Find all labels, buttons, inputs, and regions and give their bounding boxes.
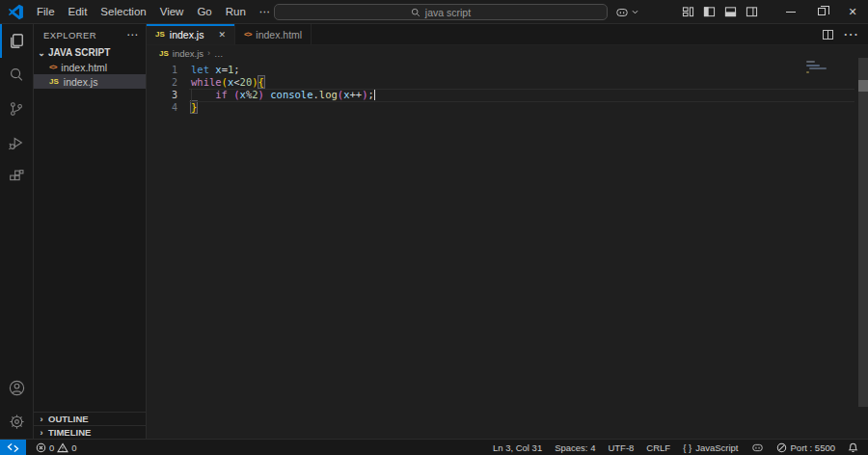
toggle-primary-sidebar-icon[interactable] [703, 6, 716, 17]
explorer-header: EXPLORER ⋯ [34, 24, 146, 45]
customize-layout-icon[interactable] [682, 6, 694, 17]
code-token [191, 89, 215, 100]
activity-search[interactable] [0, 58, 33, 92]
copilot-status[interactable] [751, 442, 764, 453]
menu-edit[interactable]: Edit [62, 3, 95, 20]
menu-go[interactable]: Go [190, 3, 218, 20]
outline-section[interactable]: › OUTLINE [34, 412, 146, 425]
status-label: CRLF [646, 442, 670, 453]
code-token: ++ [349, 89, 362, 100]
tab-close-icon[interactable]: ✕ [218, 30, 226, 40]
error-count: 0 [49, 442, 54, 453]
notifications[interactable] [848, 442, 858, 453]
line-content: let x=1; [191, 64, 240, 76]
warning-icon [57, 442, 68, 453]
tab-index-js[interactable]: JS index.js ✕ [147, 24, 235, 44]
menu-file[interactable]: File [30, 3, 62, 20]
explorer-title: EXPLORER [43, 30, 96, 40]
toggle-panel-icon[interactable] [724, 6, 737, 17]
code-editor[interactable]: 1let x=1;2while(x<20){3 if (x%2) console… [147, 61, 868, 114]
code-line-2[interactable]: 2while(x<20){ [147, 76, 868, 89]
chevron-right-icon: › [207, 48, 210, 58]
code-token: { [258, 76, 264, 88]
file-row-index-js[interactable]: JS index.js [34, 74, 146, 89]
tab-index-html[interactable]: <> index.html [235, 24, 312, 44]
status-label: JavaScript [695, 442, 738, 453]
extensions-icon [8, 168, 25, 185]
live-server-port[interactable]: Port : 5500 [776, 442, 835, 453]
line-content: } [191, 101, 197, 114]
language-mode[interactable]: { }JavaScript [683, 442, 738, 453]
file-name: index.html [61, 62, 107, 73]
menu-bar: FileEditSelectionViewGoRun⋯ [30, 2, 277, 21]
sidebar-bottom-sections: › OUTLINE › TIMELINE [34, 412, 146, 439]
code-line-4[interactable]: 4} [147, 101, 868, 114]
activity-run-debug[interactable] [0, 125, 33, 159]
restore-icon [818, 8, 826, 15]
account-button[interactable] [0, 371, 33, 405]
editor-actions: ⋯ [823, 24, 868, 44]
editor-scrollbar[interactable] [858, 58, 868, 407]
code-token: log [319, 89, 338, 100]
close-button[interactable]: ✕ [837, 0, 868, 24]
command-center-search[interactable]: java script [274, 4, 608, 20]
line-number: 1 [147, 64, 177, 76]
explorer-more-actions[interactable]: ⋯ [126, 28, 138, 41]
file-row-index-html[interactable]: <> index.html [34, 60, 146, 74]
toggle-secondary-sidebar-icon[interactable] [746, 6, 758, 17]
menu-run[interactable]: Run [219, 3, 253, 20]
problems-indicator[interactable]: 0 0 [36, 442, 77, 453]
vscode-logo-icon [8, 4, 24, 20]
js-file-icon: JS [155, 30, 165, 39]
line-number: 2 [147, 76, 177, 89]
blocked-icon [776, 442, 787, 453]
indentation[interactable]: Spaces: 4 [555, 442, 595, 453]
minimap[interactable] [806, 61, 845, 74]
menu-selection[interactable]: Selection [94, 3, 152, 20]
minimap-line-mark [809, 67, 827, 69]
eol[interactable]: CRLF [646, 442, 670, 453]
text-cursor [374, 90, 376, 100]
code-token: console [270, 89, 312, 100]
breadcrumb-file[interactable]: index.js [173, 48, 203, 59]
status-label: Ln 3, Col 31 [493, 442, 542, 453]
activity-source-control[interactable] [0, 92, 33, 125]
settings-button[interactable] [0, 405, 33, 439]
split-editor-icon[interactable] [823, 30, 833, 40]
timeline-label: TIMELINE [48, 427, 91, 438]
menu-view[interactable]: View [153, 3, 191, 20]
breadcrumb-symbol[interactable]: … [214, 48, 224, 59]
code-token: 20 [240, 76, 253, 88]
html-file-icon: <> [49, 63, 56, 71]
warning-count: 0 [71, 442, 76, 453]
restore-button[interactable] [806, 0, 837, 24]
encoding[interactable]: UTF-8 [608, 442, 634, 453]
chevron-right-icon: › [37, 428, 46, 438]
breadcrumb[interactable]: JS index.js › … [147, 45, 868, 61]
line-content: if (x%2) console.log(x++); [191, 89, 375, 101]
scrollbar-slider[interactable] [858, 80, 868, 92]
timeline-section[interactable]: › TIMELINE [34, 425, 146, 439]
folder-row-javascript[interactable]: ⌄ JAVA SCRIPT [34, 45, 146, 60]
line-number: 3 [147, 89, 177, 101]
line-number: 4 [147, 101, 177, 114]
activity-explorer[interactable] [0, 24, 33, 58]
main-area: EXPLORER ⋯ ⌄ JAVA SCRIPT <> index.html J… [0, 24, 868, 439]
more-actions-icon[interactable]: ⋯ [843, 25, 858, 43]
copilot-icon [615, 7, 629, 18]
status-bar: 0 0 Ln 3, Col 31Spaces: 4UTF-8CRLF{ }Jav… [0, 439, 868, 455]
cursor-position[interactable]: Ln 3, Col 31 [493, 442, 542, 453]
remote-indicator[interactable] [0, 440, 26, 455]
code-line-3[interactable]: 3 if (x%2) console.log(x++); [147, 89, 868, 101]
outline-label: OUTLINE [48, 414, 89, 424]
minimize-button[interactable] [775, 0, 806, 24]
copilot-menu[interactable] [615, 4, 638, 20]
js-file-icon: JS [159, 49, 169, 58]
activity-extensions[interactable] [0, 159, 33, 193]
sidebar-explorer: EXPLORER ⋯ ⌄ JAVA SCRIPT <> index.html J… [34, 24, 147, 439]
html-file-icon: <> [244, 30, 251, 39]
minimap-line-mark [806, 65, 820, 67]
minimap-line-mark [806, 61, 815, 63]
status-label: Port : 5500 [791, 442, 835, 453]
code-line-1[interactable]: 1let x=1; [147, 64, 868, 76]
